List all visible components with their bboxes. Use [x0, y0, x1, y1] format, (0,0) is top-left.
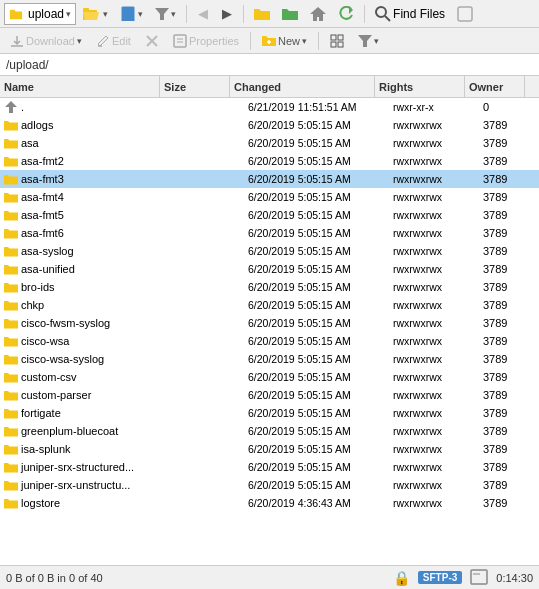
col-name[interactable]: Name — [0, 76, 160, 97]
upload-label: upload — [28, 7, 64, 21]
table-row[interactable]: isa-splunk6/20/2019 5:05:15 AMrwxrwxrwx3… — [0, 440, 539, 458]
extra-btn[interactable] — [452, 3, 478, 25]
upload-dropdown[interactable]: upload ▾ — [4, 3, 76, 25]
table-row[interactable]: asa-unified6/20/2019 5:05:15 AMrwxrwxrwx… — [0, 260, 539, 278]
file-name-cell: cisco-wsa-syslog — [0, 350, 174, 368]
folder-icon — [4, 389, 18, 402]
folder-yellow-btn[interactable] — [249, 3, 275, 25]
filter-btn[interactable]: ▾ — [150, 3, 181, 25]
table-row[interactable]: juniper-srx-unstructu...6/20/2019 5:05:1… — [0, 476, 539, 494]
file-changed-cell: 6/21/2019 11:51:51 AM — [244, 98, 389, 116]
find-files-btn[interactable]: Find Files — [370, 3, 450, 25]
new-btn[interactable]: New ▾ — [256, 31, 313, 51]
delete-btn[interactable] — [139, 31, 165, 51]
col-changed[interactable]: Changed — [230, 76, 375, 97]
file-name-cell: asa — [0, 134, 174, 152]
back-btn[interactable]: ◀ — [192, 3, 214, 25]
table-row[interactable]: fortigate6/20/2019 5:05:15 AMrwxrwxrwx37… — [0, 404, 539, 422]
folder-icon — [4, 407, 18, 420]
file-owner-cell: 3789 — [479, 170, 539, 188]
col-rights[interactable]: Rights — [375, 76, 465, 97]
table-row[interactable]: bro-ids6/20/2019 5:05:15 AMrwxrwxrwx3789 — [0, 278, 539, 296]
folder-open-btn[interactable]: ▾ — [78, 3, 113, 25]
file-owner-cell: 3789 — [479, 368, 539, 386]
file-rights-cell: rwxrwxrwx — [389, 188, 479, 206]
table-row[interactable]: adlogs6/20/2019 5:05:15 AMrwxrwxrwx3789 — [0, 116, 539, 134]
file-name-cell: fortigate — [0, 404, 174, 422]
file-name-text: asa — [21, 137, 39, 149]
file-rights-cell: rwxrwxrwx — [389, 296, 479, 314]
file-changed-cell: 6/20/2019 5:05:15 AM — [244, 458, 389, 476]
file-name-cell: cisco-fwsm-syslog — [0, 314, 174, 332]
file-changed-cell: 6/20/2019 5:05:15 AM — [244, 278, 389, 296]
table-row[interactable]: cisco-fwsm-syslog6/20/2019 5:05:15 AMrwx… — [0, 314, 539, 332]
sep5 — [318, 32, 319, 50]
file-rights-cell: rwxrwxrwx — [389, 260, 479, 278]
file-name-cell: asa-fmt6 — [0, 224, 174, 242]
table-row[interactable]: asa-syslog6/20/2019 5:05:15 AMrwxrwxrwx3… — [0, 242, 539, 260]
forward-btn[interactable]: ▶ — [216, 3, 238, 25]
svg-rect-22 — [331, 42, 336, 47]
properties-label: Properties — [189, 35, 239, 47]
folder-icon — [4, 335, 18, 348]
table-row[interactable]: custom-csv6/20/2019 5:05:15 AMrwxrwxrwx3… — [0, 368, 539, 386]
bookmark-btn[interactable]: ▾ — [115, 3, 148, 25]
table-row[interactable]: asa-fmt26/20/2019 5:05:15 AMrwxrwxrwx378… — [0, 152, 539, 170]
filter2-btn[interactable]: ▾ — [352, 31, 385, 51]
folder-icon — [4, 479, 18, 492]
table-row[interactable]: .6/21/2019 11:51:51 AMrwxr-xr-x0 — [0, 98, 539, 116]
file-name-text: . — [21, 101, 24, 113]
file-size-cell — [174, 188, 244, 206]
file-size-cell — [174, 242, 244, 260]
col-size[interactable]: Size — [160, 76, 230, 97]
table-row[interactable]: asa-fmt36/20/2019 5:05:15 AMrwxrwxrwx378… — [0, 170, 539, 188]
find-icon — [375, 6, 391, 22]
folder-green-btn[interactable] — [277, 3, 303, 25]
table-row[interactable]: juniper-srx-structured...6/20/2019 5:05:… — [0, 458, 539, 476]
table-row[interactable]: logstore6/20/2019 4:36:43 AMrwxrwxrwx378… — [0, 494, 539, 512]
table-row[interactable]: asa-fmt56/20/2019 5:05:15 AMrwxrwxrwx378… — [0, 206, 539, 224]
folder-icon — [4, 461, 18, 474]
table-row[interactable]: cisco-wsa6/20/2019 5:05:15 AMrwxrwxrwx37… — [0, 332, 539, 350]
table-row[interactable]: asa6/20/2019 5:05:15 AMrwxrwxrwx3789 — [0, 134, 539, 152]
file-name-cell: asa-unified — [0, 260, 174, 278]
sync-icon — [330, 34, 344, 48]
file-name-cell: asa-syslog — [0, 242, 174, 260]
status-bar: 0 B of 0 B in 0 of 40 🔒 SFTP-3 0:14:30 — [0, 565, 539, 589]
table-row[interactable]: cisco-wsa-syslog6/20/2019 5:05:15 AMrwxr… — [0, 350, 539, 368]
svg-rect-23 — [338, 42, 343, 47]
file-owner-cell: 3789 — [479, 476, 539, 494]
file-changed-cell: 6/20/2019 5:05:15 AM — [244, 476, 389, 494]
home-btn[interactable] — [305, 3, 331, 25]
file-rights-cell: rwxrwxrwx — [389, 404, 479, 422]
table-row[interactable]: asa-fmt66/20/2019 5:05:15 AMrwxrwxrwx378… — [0, 224, 539, 242]
download-btn[interactable]: Download ▾ — [4, 31, 88, 51]
file-name-text: bro-ids — [21, 281, 55, 293]
file-size-cell — [174, 206, 244, 224]
sync-btn[interactable] — [324, 31, 350, 51]
file-size-cell — [174, 458, 244, 476]
edit-btn[interactable]: Edit — [90, 31, 137, 51]
table-row[interactable]: custom-parser6/20/2019 5:05:15 AMrwxrwxr… — [0, 386, 539, 404]
table-row[interactable]: chkp6/20/2019 5:05:15 AMrwxrwxrwx3789 — [0, 296, 539, 314]
file-owner-cell: 3789 — [479, 260, 539, 278]
file-rights-cell: rwxr-xr-x — [389, 98, 479, 116]
file-owner-cell: 3789 — [479, 224, 539, 242]
file-size-cell — [174, 350, 244, 368]
refresh-btn[interactable] — [333, 3, 359, 25]
extra-icon — [457, 6, 473, 22]
file-rows[interactable]: .6/21/2019 11:51:51 AMrwxr-xr-x0adlogs6/… — [0, 98, 539, 565]
file-size-cell — [174, 296, 244, 314]
table-row[interactable]: asa-fmt46/20/2019 5:05:15 AMrwxrwxrwx378… — [0, 188, 539, 206]
file-name-cell: juniper-srx-unstructu... — [0, 476, 174, 494]
new-chevron-icon: ▾ — [302, 36, 307, 46]
refresh-icon — [338, 6, 354, 22]
open-folder-chevron-icon: ▾ — [103, 9, 108, 19]
properties-btn[interactable]: Properties — [167, 31, 245, 51]
file-name-text: cisco-wsa-syslog — [21, 353, 104, 365]
open-folder-icon — [83, 6, 101, 22]
table-row[interactable]: greenplum-bluecoat6/20/2019 5:05:15 AMrw… — [0, 422, 539, 440]
col-owner[interactable]: Owner — [465, 76, 525, 97]
file-name-cell: asa-fmt4 — [0, 188, 174, 206]
file-size-cell — [174, 332, 244, 350]
